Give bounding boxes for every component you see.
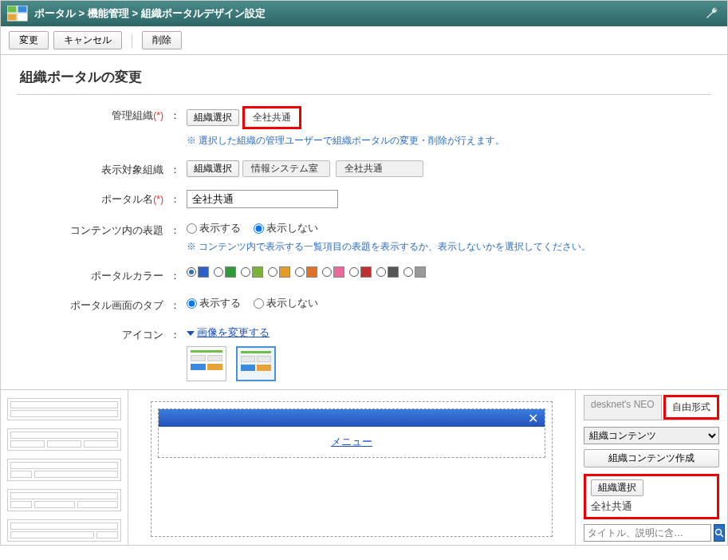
color-swatch[interactable] bbox=[376, 266, 399, 278]
target-org-tag-2[interactable]: 全社共通 bbox=[336, 160, 423, 177]
content-title-note: ※ コンテンツ内で表示する一覧項目の表題を表示するか、表示しないかを選択してくだ… bbox=[187, 240, 711, 254]
label-target-org: 表示対象組織 bbox=[17, 160, 168, 177]
svg-line-5 bbox=[721, 534, 723, 537]
content-title-hide[interactable]: 表示しない bbox=[254, 222, 318, 234]
right-org-select-button[interactable]: 組織選択 bbox=[591, 479, 643, 496]
color-swatch[interactable] bbox=[295, 266, 317, 278]
row-icon: アイコン ： 画像を変更する bbox=[17, 325, 711, 381]
search-button[interactable] bbox=[714, 524, 725, 542]
tab-desknets[interactable]: desknet's NEO bbox=[584, 395, 662, 420]
menu-link[interactable]: メニュー bbox=[331, 436, 372, 448]
label-portal-tab: ポータル画面のタブ bbox=[17, 296, 168, 313]
layout-thumb[interactable] bbox=[7, 398, 121, 420]
color-swatch[interactable] bbox=[403, 266, 426, 278]
right-panel: desknet's NEO 自由形式 組織コンテンツ 組織コンテンツ作成 組織選… bbox=[576, 390, 727, 545]
color-swatch[interactable] bbox=[241, 266, 263, 278]
cancel-button[interactable]: キャンセル bbox=[53, 31, 122, 49]
right-tabs: desknet's NEO 自由形式 bbox=[584, 395, 719, 420]
form-content: 組織ポータルの変更 管理組織(*) ： 組織選択 全社共通 ※ 選択した組織の管… bbox=[1, 55, 727, 381]
manage-org-value: 全社共通 bbox=[245, 108, 299, 127]
toolbar-separator bbox=[132, 34, 132, 48]
search-row bbox=[584, 524, 719, 542]
triangle-icon bbox=[187, 331, 195, 336]
manage-org-select-button[interactable]: 組織選択 bbox=[187, 109, 239, 126]
close-icon[interactable]: ✕ bbox=[528, 411, 538, 426]
color-swatch[interactable] bbox=[214, 266, 236, 278]
tab-freeform[interactable]: 自由形式 bbox=[666, 397, 717, 417]
breadcrumb-1[interactable]: ポータル bbox=[34, 7, 76, 19]
canvas-drop-area[interactable]: ✕ メニュー bbox=[151, 401, 553, 537]
portal-tab-show[interactable]: 表示する bbox=[187, 297, 241, 309]
icon-select bbox=[187, 346, 711, 381]
breadcrumb: ポータル > 機能管理 > 組織ポータルデザイン設定 bbox=[34, 6, 266, 21]
target-org-tag-1[interactable]: 情報システム室 bbox=[242, 160, 330, 177]
layout-thumb[interactable] bbox=[7, 428, 121, 451]
portal-name-input[interactable] bbox=[187, 190, 338, 208]
lower-panel: ✕ メニュー desknet's NEO 自由形式 組織コンテンツ 組織コンテン… bbox=[1, 389, 727, 545]
create-content-button[interactable]: 組織コンテンツ作成 bbox=[584, 449, 719, 467]
row-portal-color: ポータルカラー ： bbox=[17, 266, 711, 283]
svg-rect-2 bbox=[7, 14, 17, 21]
label-portal-color: ポータルカラー bbox=[17, 266, 168, 283]
svg-rect-3 bbox=[18, 14, 27, 21]
color-swatches bbox=[187, 266, 711, 278]
target-org-select-button[interactable]: 組織選択 bbox=[187, 160, 239, 177]
layout-thumb[interactable] bbox=[7, 519, 121, 542]
label-content-title: コンテンツ内の表題 bbox=[17, 221, 168, 238]
header-bar: ポータル > 機能管理 > 組織ポータルデザイン設定 bbox=[1, 1, 727, 26]
search-input[interactable] bbox=[584, 524, 711, 542]
label-icon: アイコン bbox=[17, 325, 168, 342]
layout-thumb[interactable] bbox=[7, 459, 121, 481]
menu-widget-body: メニュー bbox=[159, 427, 545, 457]
search-icon bbox=[714, 528, 724, 538]
right-org-highlight: 組織選択 全社共通 bbox=[584, 474, 719, 519]
manage-org-highlight: 全社共通 bbox=[242, 106, 301, 129]
change-button[interactable]: 変更 bbox=[9, 31, 49, 49]
row-content-title: コンテンツ内の表題 ： 表示する 表示しない ※ コンテンツ内で表示する一覧項目… bbox=[17, 221, 711, 254]
svg-rect-1 bbox=[18, 6, 27, 13]
svg-rect-0 bbox=[7, 6, 17, 13]
portal-icon bbox=[7, 5, 28, 22]
breadcrumb-2[interactable]: 機能管理 bbox=[88, 7, 129, 19]
settings-icon[interactable] bbox=[703, 5, 721, 22]
row-target-org: 表示対象組織 ： 組織選択 情報システム室 全社共通 bbox=[17, 160, 711, 177]
color-swatch[interactable] bbox=[187, 266, 209, 278]
color-swatch[interactable] bbox=[268, 266, 290, 278]
row-portal-name: ポータル名(*) ： bbox=[17, 190, 711, 208]
change-image-link[interactable]: 画像を変更する bbox=[197, 326, 270, 338]
icon-card-1[interactable] bbox=[187, 346, 226, 381]
delete-button[interactable]: 削除 bbox=[142, 31, 182, 49]
manage-org-note: ※ 選択した組織の管理ユーザーで組織ポータルの変更・削除が行えます。 bbox=[187, 134, 711, 148]
svg-point-4 bbox=[716, 530, 722, 535]
icon-card-2[interactable] bbox=[236, 346, 276, 381]
app-window: ポータル > 機能管理 > 組織ポータルデザイン設定 変更 キャンセル 削除 組… bbox=[0, 0, 728, 546]
row-manage-org: 管理組織(*) ： 組織選択 全社共通 ※ 選択した組織の管理ユーザーで組織ポー… bbox=[17, 106, 711, 148]
page-title: 組織ポータルの変更 bbox=[17, 63, 711, 95]
row-portal-tab: ポータル画面のタブ ： 表示する 表示しない bbox=[17, 296, 711, 313]
content-type-select[interactable]: 組織コンテンツ bbox=[584, 427, 719, 444]
label-portal-name: ポータル名(*) bbox=[17, 190, 168, 207]
layout-thumbnails bbox=[1, 390, 128, 545]
menu-widget[interactable]: ✕ メニュー bbox=[158, 408, 545, 458]
color-swatch[interactable] bbox=[322, 266, 344, 278]
right-org-value: 全社共通 bbox=[591, 499, 712, 514]
portal-tab-hide[interactable]: 表示しない bbox=[254, 297, 318, 309]
content-title-show[interactable]: 表示する bbox=[187, 222, 241, 234]
color-swatch[interactable] bbox=[349, 266, 372, 278]
toolbar: 変更 キャンセル 削除 bbox=[1, 26, 727, 55]
breadcrumb-3[interactable]: 組織ポータルデザイン設定 bbox=[141, 7, 266, 19]
label-manage-org: 管理組織(*) bbox=[17, 106, 168, 123]
layout-thumb[interactable] bbox=[7, 489, 121, 511]
menu-widget-header[interactable]: ✕ bbox=[159, 409, 545, 427]
tab-freeform-highlight: 自由形式 bbox=[663, 395, 719, 420]
layout-canvas: ✕ メニュー bbox=[128, 390, 576, 545]
